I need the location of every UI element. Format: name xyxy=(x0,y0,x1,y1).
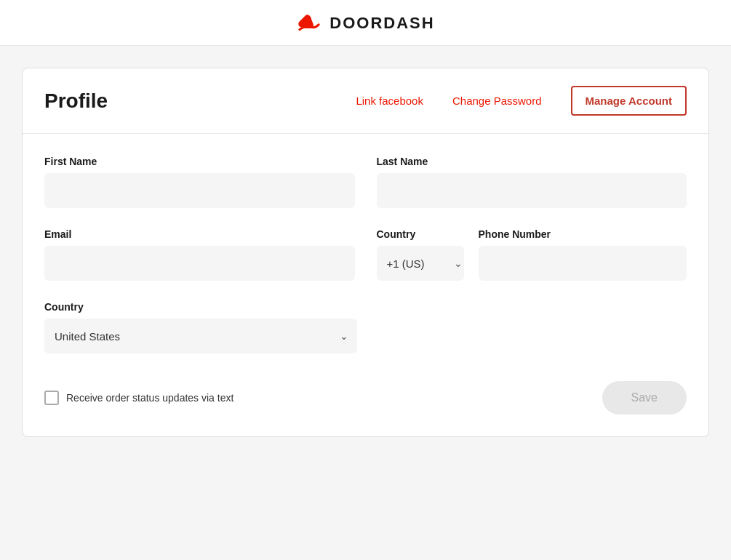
country-row: Country United States Canada Australia ⌄ xyxy=(44,301,687,353)
logo: DOORDASH xyxy=(296,13,434,33)
form-footer: Receive order status updates via text Sa… xyxy=(44,374,687,415)
country-full-wrapper: United States Canada Australia ⌄ xyxy=(44,319,357,353)
svg-point-0 xyxy=(308,16,311,20)
change-password-button[interactable]: Change Password xyxy=(452,95,542,107)
profile-title: Profile xyxy=(44,89,108,113)
last-name-label: Last Name xyxy=(377,156,687,167)
last-name-group: Last Name xyxy=(377,156,687,208)
phone-number-label: Phone Number xyxy=(479,228,551,240)
last-name-input[interactable] xyxy=(377,173,687,208)
main-content: Profile Link facebook Change Password Ma… xyxy=(0,46,731,560)
save-button[interactable]: Save xyxy=(602,381,687,415)
phone-number-input[interactable] xyxy=(479,246,687,281)
first-name-label: First Name xyxy=(44,156,355,167)
link-facebook-button[interactable]: Link facebook xyxy=(356,95,423,107)
name-row: First Name Last Name xyxy=(44,156,687,208)
logo-text: DOORDASH xyxy=(329,14,434,33)
country-code-select[interactable]: +1 (US) +1 (CA) +44 (UK) xyxy=(377,246,464,281)
first-name-group: First Name xyxy=(44,156,355,208)
profile-body: First Name Last Name Email Country P xyxy=(23,134,708,436)
sms-updates-label: Receive order status updates via text xyxy=(66,392,233,404)
country-phone-labels: Country Phone Number xyxy=(377,228,687,240)
profile-header: Profile Link facebook Change Password Ma… xyxy=(23,68,708,134)
country-select[interactable]: United States Canada Australia xyxy=(44,319,357,353)
country-phone-wrapper: Country Phone Number +1 (US) +1 (CA) +44… xyxy=(377,228,687,281)
country-phone-inputs: +1 (US) +1 (CA) +44 (UK) ⌄ xyxy=(377,246,687,281)
profile-card: Profile Link facebook Change Password Ma… xyxy=(22,68,709,437)
country-code-wrapper: +1 (US) +1 (CA) +44 (UK) ⌄ xyxy=(377,246,471,281)
app-header: DOORDASH xyxy=(0,0,731,46)
country-code-label: Country xyxy=(377,228,479,240)
doordash-logo-icon xyxy=(296,13,322,33)
sms-updates-checkbox-wrapper[interactable]: Receive order status updates via text xyxy=(44,391,233,405)
country-label: Country xyxy=(44,301,687,313)
sms-updates-checkbox[interactable] xyxy=(44,391,59,405)
email-phone-row: Email Country Phone Number +1 (US) +1 (C… xyxy=(44,228,687,281)
email-input[interactable] xyxy=(44,246,355,281)
first-name-input[interactable] xyxy=(44,173,355,208)
email-group: Email xyxy=(44,228,355,281)
manage-account-button[interactable]: Manage Account xyxy=(571,86,687,116)
email-label: Email xyxy=(44,228,355,240)
profile-actions: Link facebook Change Password Manage Acc… xyxy=(356,86,687,116)
